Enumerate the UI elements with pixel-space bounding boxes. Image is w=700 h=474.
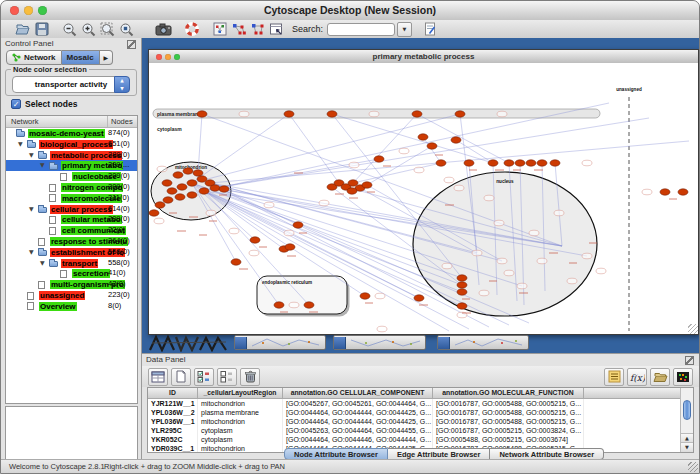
select-attributes-icon[interactable] bbox=[194, 368, 214, 386]
scrollbar-thumb[interactable] bbox=[683, 400, 691, 420]
app-resize-grip[interactable] bbox=[688, 462, 698, 472]
tree-row-cell-communicat[interactable]: cell communicat22(0) bbox=[6, 225, 137, 236]
network-node[interactable] bbox=[183, 168, 193, 174]
network-node[interactable] bbox=[193, 170, 203, 176]
network-node[interactable] bbox=[436, 160, 446, 166]
tree-row-transport[interactable]: ▼transport558(0) bbox=[6, 258, 137, 269]
network-node[interactable] bbox=[488, 160, 498, 166]
search-dropdown-icon[interactable]: ▼ bbox=[397, 22, 412, 37]
minimized-window[interactable] bbox=[333, 335, 426, 350]
tree-row-biological-process[interactable]: ▼biological_process651(0) bbox=[6, 139, 137, 150]
close-icon[interactable] bbox=[156, 54, 162, 60]
expand-triangle-icon[interactable]: ▼ bbox=[18, 139, 23, 150]
layout-2-icon[interactable] bbox=[248, 21, 267, 38]
tree-row-response-to-stimulu[interactable]: response to stimulu264(0) bbox=[6, 236, 137, 247]
network-node[interactable] bbox=[155, 202, 165, 208]
snapshot-icon[interactable] bbox=[154, 21, 173, 38]
network-node[interactable] bbox=[177, 184, 187, 190]
network-node[interactable] bbox=[457, 282, 467, 288]
attribute-list-icon[interactable] bbox=[604, 368, 624, 386]
select-nodes-checkbox[interactable]: ✓ bbox=[11, 99, 21, 109]
network-node[interactable] bbox=[526, 160, 536, 166]
zoom-fit-icon[interactable] bbox=[98, 21, 117, 38]
help-icon[interactable] bbox=[182, 21, 201, 38]
tab-overflow-arrow-icon[interactable]: ▶ bbox=[100, 50, 113, 65]
expand-triangle-icon[interactable]: ▼ bbox=[29, 247, 34, 258]
expand-triangle-icon[interactable]: ▼ bbox=[29, 204, 34, 215]
network-node[interactable] bbox=[412, 111, 422, 117]
tree-row-multi-organism-pro[interactable]: multi-organism pro42(0) bbox=[6, 279, 137, 290]
column-header[interactable]: _cellularLayoutRegion bbox=[198, 388, 283, 398]
table-row[interactable]: YPL036W__2plasma membrane[GO:0044464, GO… bbox=[148, 408, 693, 417]
formula-builder-icon[interactable]: f(x) bbox=[627, 368, 647, 386]
new-attribute-icon[interactable] bbox=[171, 368, 191, 386]
tab-network[interactable]: Network bbox=[6, 50, 62, 65]
tree-row-overview[interactable]: Overview8(0) bbox=[6, 301, 137, 312]
zoom-window-icon[interactable] bbox=[174, 54, 180, 60]
zoom-selected-icon[interactable] bbox=[117, 21, 136, 38]
unselect-attributes-icon[interactable] bbox=[217, 368, 237, 386]
expand-triangle-icon[interactable]: ▼ bbox=[40, 160, 45, 171]
network-node[interactable] bbox=[457, 303, 467, 309]
network-node[interactable] bbox=[187, 192, 197, 198]
expand-triangle-icon[interactable]: ▼ bbox=[40, 258, 45, 269]
layout-1-icon[interactable] bbox=[229, 21, 248, 38]
column-header[interactable]: ID bbox=[148, 388, 198, 398]
annotation-icon[interactable] bbox=[421, 21, 440, 38]
network-node[interactable] bbox=[537, 160, 547, 166]
network-node[interactable] bbox=[678, 189, 688, 195]
minimized-window[interactable] bbox=[234, 335, 326, 350]
tree-row-establishment-of-lo[interactable]: ▼establishment of lo558(0) bbox=[6, 247, 137, 258]
column-header[interactable]: annotation.GO MOLECULAR_FUNCTION bbox=[433, 388, 584, 398]
network-node[interactable] bbox=[550, 160, 560, 166]
network-node[interactable] bbox=[457, 275, 467, 281]
network-view-window[interactable]: primary metabolic process plasma membran… bbox=[148, 49, 699, 335]
tree-row-primary-metabo[interactable]: ▼primary metabo209(... bbox=[6, 160, 137, 171]
tree-row-secretion[interactable]: secretion41(0) bbox=[6, 268, 137, 279]
tree-row-metabolic-process[interactable]: ▼metabolic process280(0) bbox=[6, 150, 137, 161]
tree-row-unassigned[interactable]: unassigned223(0) bbox=[6, 290, 137, 301]
table-icon[interactable] bbox=[148, 368, 168, 386]
network-node[interactable] bbox=[451, 137, 461, 143]
network-node[interactable] bbox=[175, 194, 185, 200]
network-node[interactable] bbox=[231, 259, 241, 265]
network-node[interactable] bbox=[660, 189, 670, 195]
network-node[interactable] bbox=[167, 188, 177, 194]
network-node[interactable] bbox=[374, 156, 384, 162]
expand-triangle-icon[interactable]: ▼ bbox=[29, 150, 34, 161]
table-row[interactable]: YPL036W__1mitochondrion[GO:0044464, GO:0… bbox=[148, 417, 693, 426]
network-node[interactable] bbox=[187, 180, 197, 186]
network-node[interactable] bbox=[457, 289, 467, 295]
tab-mosaic[interactable]: Mosaic bbox=[62, 50, 100, 65]
node-color-dropdown[interactable]: transporter activity ▲▼ bbox=[12, 76, 130, 93]
minimize-icon[interactable] bbox=[165, 54, 171, 60]
table-scrollbar[interactable]: ▲ ▼ bbox=[680, 388, 693, 452]
network-node[interactable] bbox=[284, 111, 294, 117]
minimized-network-thumbnail[interactable] bbox=[148, 334, 230, 352]
column-header[interactable]: annotation.GO CELLULAR_COMPONENT bbox=[283, 388, 433, 398]
table-row[interactable]: YKR052Ccytoplasm[GO:0044464, GO:0044446,… bbox=[148, 435, 693, 444]
network-node[interactable] bbox=[362, 182, 372, 188]
minimized-window[interactable] bbox=[437, 335, 529, 350]
matrix-icon[interactable] bbox=[673, 368, 693, 386]
network-node[interactable] bbox=[464, 160, 474, 166]
search-input[interactable] bbox=[327, 23, 395, 36]
window-resize-grip[interactable] bbox=[688, 324, 698, 334]
network-node[interactable] bbox=[199, 188, 209, 194]
network-node[interactable] bbox=[219, 186, 229, 192]
network-node[interactable] bbox=[250, 237, 260, 243]
network-node[interactable] bbox=[504, 160, 514, 166]
network-node[interactable] bbox=[210, 185, 220, 191]
network-node[interactable] bbox=[515, 160, 525, 166]
tree-row-cellular-process[interactable]: ▼cellular process614(0) bbox=[6, 204, 137, 215]
open-file-icon[interactable] bbox=[13, 21, 32, 38]
table-row[interactable]: YJR121W__1mitochondrion[GO:0045267, GO:0… bbox=[148, 399, 693, 408]
network-node[interactable] bbox=[347, 188, 357, 194]
tree-row-cellular-metabo[interactable]: cellular metabo209(0) bbox=[6, 214, 137, 225]
scroll-down-icon[interactable]: ▼ bbox=[681, 442, 693, 452]
tree-row-macromolecule[interactable]: macromolecule311(0) bbox=[6, 193, 137, 204]
float-panel-icon[interactable] bbox=[685, 356, 694, 365]
network-node[interactable] bbox=[327, 111, 337, 117]
birds-eye-view[interactable] bbox=[5, 406, 138, 463]
network-node[interactable] bbox=[274, 302, 284, 308]
